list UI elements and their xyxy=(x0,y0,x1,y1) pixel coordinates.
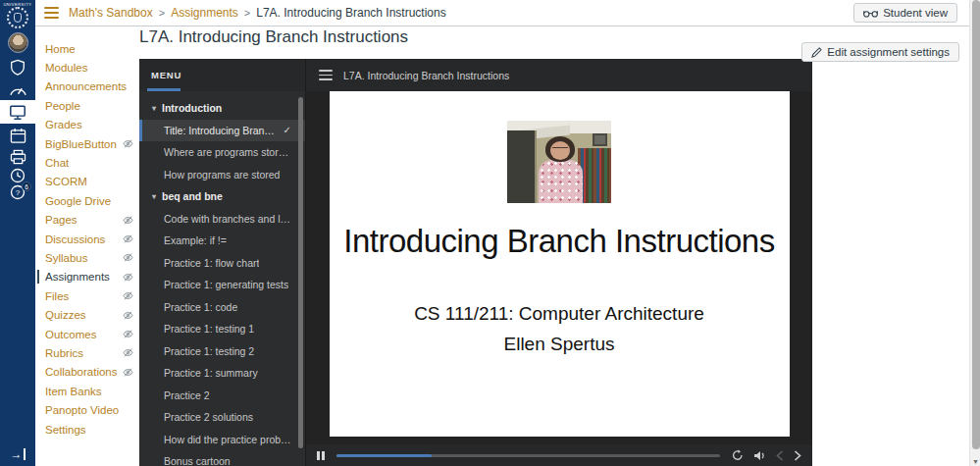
video-content-area[interactable]: Introducing Branch Instructions CS 111/2… xyxy=(306,91,812,444)
player-menu-toggle-icon[interactable] xyxy=(319,70,333,80)
menu-chapter-item[interactable]: Code with branches and labels xyxy=(139,208,305,231)
course-nav-item-bigbluebutton[interactable]: BigBlueButton xyxy=(35,134,139,153)
menu-chapter-item[interactable]: Practice 2 solutions xyxy=(139,406,305,429)
course-nav-link[interactable]: Assignments xyxy=(45,271,110,283)
menu-chapter-item[interactable]: Practice 1: flow chart xyxy=(139,252,305,275)
svg-text:?: ? xyxy=(16,188,21,197)
page-scrollbar[interactable]: ▼ xyxy=(969,0,980,466)
course-nav-link[interactable]: Outcomes xyxy=(45,329,96,340)
progress-bar[interactable] xyxy=(336,454,721,457)
course-nav-link[interactable]: Grades xyxy=(45,119,82,130)
course-nav-link[interactable]: Pages xyxy=(45,214,77,226)
menu-section-header[interactable]: ▾Introduction xyxy=(139,97,305,120)
menu-chapter-item[interactable]: Where are programs stored? xyxy=(139,141,305,164)
course-nav-item-outcomes[interactable]: Outcomes xyxy=(35,325,139,343)
menu-chapter-item[interactable]: Practice 1: testing 2 xyxy=(139,340,305,363)
course-nav-link[interactable]: Files xyxy=(45,290,69,302)
course-nav-link[interactable]: Settings xyxy=(45,424,86,436)
course-nav-item-collaborations[interactable]: Collaborations xyxy=(35,363,139,382)
courses-nav-item-active[interactable] xyxy=(0,100,35,124)
course-nav-item-modules[interactable]: Modules xyxy=(35,58,139,77)
course-nav-item-announcements[interactable]: Announcements xyxy=(35,78,139,96)
course-nav-item-panopto-video[interactable]: Panopto Video xyxy=(35,400,139,419)
breadcrumb-assignments-link[interactable]: Assignments xyxy=(171,6,238,20)
menu-scrollbar-thumb[interactable] xyxy=(298,97,303,448)
course-nav-item-rubrics[interactable]: Rubrics xyxy=(35,343,139,362)
next-slide-button[interactable] xyxy=(794,450,801,461)
course-nav-link[interactable]: Chat xyxy=(45,157,69,169)
course-nav-link[interactable]: Item Banks xyxy=(45,386,102,397)
menu-chapter-item[interactable]: Practice 1: code xyxy=(139,296,305,319)
course-nav-link[interactable]: Discussions xyxy=(45,233,105,245)
menu-chapter-item[interactable]: Title: Introducing Branch Instructio...✓ xyxy=(139,120,305,142)
admin-nav-item[interactable] xyxy=(0,58,35,77)
course-nav-link[interactable]: Rubrics xyxy=(45,347,83,359)
course-nav-item-grades[interactable]: Grades xyxy=(35,116,139,134)
slide-subtitle-author: Ellen Spertus xyxy=(330,334,790,355)
course-nav-link[interactable]: BigBlueButton xyxy=(45,138,117,150)
edit-assignment-settings-button[interactable]: Edit assignment settings xyxy=(801,42,959,62)
course-nav-link[interactable]: Panopto Video xyxy=(45,404,119,416)
caret-down-icon: ▾ xyxy=(152,104,156,113)
inbox-nav-item[interactable] xyxy=(0,149,35,165)
avatar xyxy=(8,32,28,53)
course-nav-link[interactable]: Announcements xyxy=(45,80,127,92)
scroll-down-arrow-icon[interactable]: ▼ xyxy=(972,458,979,465)
account-avatar[interactable] xyxy=(0,32,35,53)
menu-section-header[interactable]: ▾beq and bne xyxy=(139,185,305,208)
university-logo[interactable]: UNIVERSITY xyxy=(0,2,35,28)
history-nav-item[interactable] xyxy=(0,168,35,183)
menu-chapter-item[interactable]: Practice 1: testing 1 xyxy=(139,318,305,340)
hidden-eye-icon xyxy=(123,347,133,358)
student-view-button[interactable]: Student view xyxy=(853,3,957,23)
menu-chapter-item[interactable]: Practice 1: generating tests xyxy=(139,274,305,296)
course-nav-link[interactable]: Home xyxy=(45,43,76,55)
player-menu-tab[interactable]: MENU xyxy=(139,59,305,91)
edit-settings-label: Edit assignment settings xyxy=(827,46,950,58)
course-nav-item-item-banks[interactable]: Item Banks xyxy=(35,382,139,400)
course-nav-link[interactable]: SCORM xyxy=(45,176,87,187)
course-nav-item-scorm[interactable]: SCORM xyxy=(35,173,139,191)
course-nav-link[interactable]: Modules xyxy=(45,62,87,74)
course-nav-item-google-drive[interactable]: Google Drive xyxy=(35,191,139,210)
course-nav-item-people[interactable]: People xyxy=(35,96,139,115)
menu-chapter-item[interactable]: Example: if != xyxy=(139,230,305,252)
course-nav-link[interactable]: Quizzes xyxy=(45,309,86,321)
volume-button[interactable] xyxy=(753,450,766,461)
course-nav-link[interactable]: Collaborations xyxy=(45,366,118,378)
calendar-nav-item[interactable] xyxy=(0,128,35,143)
course-nav-link[interactable]: Google Drive xyxy=(45,195,111,207)
dashboard-nav-item[interactable] xyxy=(0,81,35,97)
breadcrumb-course-link[interactable]: Math's Sandbox xyxy=(69,6,153,20)
course-nav-item-syllabus[interactable]: Syllabus xyxy=(35,248,139,267)
course-menu-hamburger-icon[interactable] xyxy=(44,7,59,19)
courses-monitor-icon xyxy=(9,104,26,121)
replay-button[interactable] xyxy=(732,449,744,461)
expand-arrow-icon: → xyxy=(11,448,26,460)
course-nav-item-home[interactable]: Home xyxy=(35,39,139,58)
collapse-global-nav-button[interactable]: → xyxy=(0,448,35,460)
hidden-eye-icon xyxy=(123,290,133,301)
course-nav-item-pages[interactable]: Pages xyxy=(35,211,139,230)
menu-chapter-item[interactable]: Practice 2 xyxy=(139,385,305,407)
pause-button[interactable] xyxy=(317,451,325,460)
course-nav-link[interactable]: Syllabus xyxy=(45,252,87,264)
course-nav-item-assignments[interactable]: Assignments xyxy=(35,268,139,286)
course-nav-item-discussions[interactable]: Discussions xyxy=(35,230,139,248)
menu-chapter-item[interactable]: Bonus cartoon xyxy=(139,450,305,466)
menu-chapter-item[interactable]: Practice 1: summary xyxy=(139,362,305,385)
course-nav-item-chat[interactable]: Chat xyxy=(35,153,139,172)
help-nav-item[interactable]: ? 6 xyxy=(0,184,35,200)
chevron-right-icon xyxy=(794,450,801,461)
replay-icon xyxy=(732,449,744,461)
checkmark-icon: ✓ xyxy=(279,125,291,135)
course-nav-item-settings[interactable]: Settings xyxy=(35,420,139,439)
menu-chapter-item[interactable]: How did the practice problem go? xyxy=(139,429,305,451)
menu-chapter-item[interactable]: How programs are stored xyxy=(139,164,305,186)
course-nav-link[interactable]: People xyxy=(45,100,80,112)
course-nav-item-quizzes[interactable]: Quizzes xyxy=(35,305,139,324)
video-player: MENU ▾IntroductionTitle: Introducing Bra… xyxy=(139,59,812,466)
page-scrollbar-thumb[interactable] xyxy=(972,0,980,449)
course-nav-item-files[interactable]: Files xyxy=(35,286,139,305)
previous-slide-button[interactable] xyxy=(776,450,784,461)
